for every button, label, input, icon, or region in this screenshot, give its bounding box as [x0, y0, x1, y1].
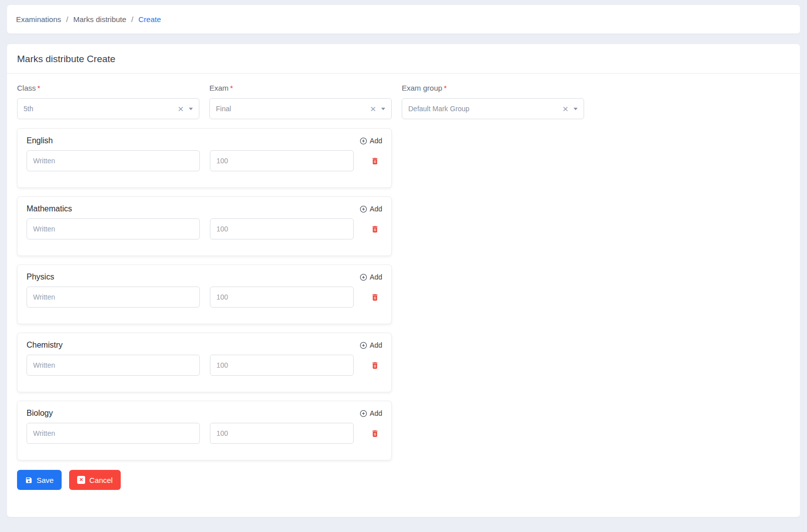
marks-distribute-create-card: Marks distribute Create Class* 5th ✕ Exa…	[7, 44, 800, 517]
add-button[interactable]: Add	[360, 137, 382, 145]
subject-card-header: English Add	[27, 136, 382, 145]
mark-input[interactable]	[210, 423, 354, 444]
exam-group-label: Exam group*	[402, 84, 584, 92]
subject-title: Biology	[27, 409, 53, 418]
exam-select-value: Final	[216, 105, 370, 113]
subject-title: Physics	[27, 273, 54, 282]
trash-icon	[371, 225, 379, 233]
add-button[interactable]: Add	[360, 273, 382, 281]
plus-circle-icon	[360, 205, 367, 213]
plus-circle-icon	[360, 342, 367, 349]
filters-row: Class* 5th ✕ Exam* Final ✕ Exam group*	[17, 84, 790, 119]
subject-title: Mathematics	[27, 204, 72, 213]
exam-select[interactable]: Final ✕	[209, 98, 392, 119]
written-input[interactable]	[27, 218, 200, 239]
exam-label-text: Exam	[209, 84, 228, 92]
trash-icon	[371, 157, 379, 165]
subject-title: English	[27, 136, 53, 145]
required-asterisk: *	[444, 84, 447, 92]
written-input[interactable]	[27, 355, 200, 376]
breadcrumb-separator: /	[131, 15, 133, 24]
subject-card: Mathematics Add	[17, 196, 392, 256]
add-button-label: Add	[370, 409, 382, 417]
cancel-button-label: Cancel	[89, 476, 113, 484]
add-button-label: Add	[370, 341, 382, 349]
delete-button[interactable]	[370, 292, 380, 303]
subject-card: Physics Add	[17, 264, 392, 324]
delete-button[interactable]	[370, 156, 380, 166]
floppy-disk-icon	[25, 476, 33, 484]
add-button[interactable]: Add	[360, 205, 382, 213]
exam-group-label-text: Exam group	[402, 84, 442, 92]
subject-card: English Add	[17, 128, 392, 188]
trash-icon	[371, 293, 379, 302]
mark-input[interactable]	[210, 218, 354, 239]
class-label: Class*	[17, 84, 199, 92]
clear-icon[interactable]: ✕	[370, 105, 376, 113]
mark-row	[27, 150, 382, 171]
class-filter: Class* 5th ✕	[17, 84, 199, 119]
delete-button[interactable]	[370, 360, 380, 371]
exam-filter: Exam* Final ✕	[209, 84, 392, 119]
trash-icon	[371, 361, 379, 370]
save-button-label: Save	[37, 476, 54, 484]
mark-row	[27, 423, 382, 444]
add-button[interactable]: Add	[360, 341, 382, 349]
required-asterisk: *	[230, 84, 233, 92]
written-input[interactable]	[27, 150, 200, 171]
plus-circle-icon	[360, 410, 367, 417]
clear-icon[interactable]: ✕	[177, 105, 184, 113]
written-input[interactable]	[27, 287, 200, 308]
clear-icon[interactable]: ✕	[562, 105, 569, 113]
mark-input[interactable]	[210, 150, 354, 171]
subject-title: Chemistry	[27, 341, 63, 350]
delete-button[interactable]	[370, 224, 380, 234]
mark-input[interactable]	[210, 287, 354, 308]
subject-card-header: Chemistry Add	[27, 341, 382, 350]
chevron-down-icon[interactable]	[381, 108, 385, 110]
exam-group-filter: Exam group* Default Mark Group ✕	[402, 84, 584, 119]
subject-card-list: English Add	[17, 128, 790, 460]
add-button-label: Add	[370, 137, 382, 145]
cancel-x-icon: ✕	[77, 476, 85, 484]
card-body: Class* 5th ✕ Exam* Final ✕ Exam group*	[7, 74, 800, 500]
required-asterisk: *	[38, 84, 41, 92]
save-button[interactable]: Save	[17, 470, 62, 490]
mark-row	[27, 355, 382, 376]
card-header: Marks distribute Create	[7, 44, 800, 74]
delete-button[interactable]	[370, 428, 380, 439]
exam-group-select[interactable]: Default Mark Group ✕	[402, 98, 584, 119]
subject-card-header: Physics Add	[27, 273, 382, 282]
written-input[interactable]	[27, 423, 200, 444]
subject-card: Biology Add	[17, 401, 392, 460]
plus-circle-icon	[360, 137, 367, 145]
class-select-value: 5th	[24, 105, 177, 113]
form-actions: Save ✕ Cancel	[17, 470, 790, 490]
breadcrumb-item-marks-distribute[interactable]: Marks distribute	[73, 15, 126, 24]
trash-icon	[371, 429, 379, 438]
chevron-down-icon[interactable]	[574, 108, 578, 110]
plus-circle-icon	[360, 274, 367, 281]
breadcrumb-separator: /	[66, 15, 68, 24]
subject-card-header: Biology Add	[27, 409, 382, 418]
exam-label: Exam*	[209, 84, 392, 92]
cancel-button[interactable]: ✕ Cancel	[69, 470, 121, 490]
breadcrumb: Examinations / Marks distribute / Create	[7, 5, 800, 34]
page-title: Marks distribute Create	[17, 54, 790, 65]
chevron-down-icon[interactable]	[189, 108, 193, 110]
subject-card: Chemistry Add	[17, 333, 392, 392]
breadcrumb-item-create: Create	[138, 15, 161, 24]
mark-row	[27, 287, 382, 308]
class-select[interactable]: 5th ✕	[17, 98, 199, 119]
add-button-label: Add	[370, 205, 382, 213]
breadcrumb-item-examinations[interactable]: Examinations	[16, 15, 61, 24]
add-button-label: Add	[370, 273, 382, 281]
class-label-text: Class	[17, 84, 36, 92]
subject-card-header: Mathematics Add	[27, 204, 382, 213]
mark-input[interactable]	[210, 355, 354, 376]
add-button[interactable]: Add	[360, 409, 382, 417]
exam-group-select-value: Default Mark Group	[408, 105, 562, 113]
mark-row	[27, 218, 382, 239]
